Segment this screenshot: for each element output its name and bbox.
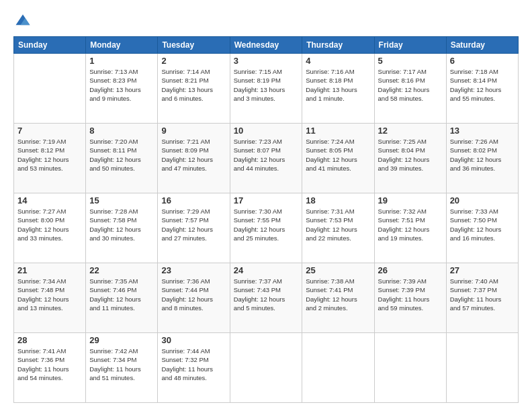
day-info: Sunrise: 7:37 AM Sunset: 7:43 PM Dayligh… — [234, 277, 299, 312]
calendar-cell: 5Sunrise: 7:17 AM Sunset: 8:16 PM Daylig… — [374, 54, 446, 124]
day-header-thursday: Thursday — [302, 37, 374, 54]
calendar-cell: 28Sunrise: 7:41 AM Sunset: 7:36 PM Dayli… — [14, 333, 86, 403]
day-info: Sunrise: 7:17 AM Sunset: 8:16 PM Dayligh… — [378, 67, 443, 103]
calendar-cell: 4Sunrise: 7:16 AM Sunset: 8:18 PM Daylig… — [302, 54, 374, 124]
day-info: Sunrise: 7:39 AM Sunset: 7:39 PM Dayligh… — [378, 277, 443, 312]
day-info: Sunrise: 7:27 AM Sunset: 8:00 PM Dayligh… — [17, 207, 82, 242]
day-number: 26 — [378, 265, 443, 275]
calendar-cell: 24Sunrise: 7:37 AM Sunset: 7:43 PM Dayli… — [230, 263, 302, 333]
calendar-cell: 9Sunrise: 7:21 AM Sunset: 8:09 PM Daylig… — [158, 124, 230, 193]
day-info: Sunrise: 7:15 AM Sunset: 8:19 PM Dayligh… — [234, 67, 299, 103]
day-info: Sunrise: 7:13 AM Sunset: 8:23 PM Dayligh… — [89, 67, 154, 103]
calendar-cell: 17Sunrise: 7:30 AM Sunset: 7:55 PM Dayli… — [230, 193, 302, 263]
day-number: 1 — [89, 56, 154, 66]
day-info: Sunrise: 7:34 AM Sunset: 7:48 PM Dayligh… — [17, 277, 82, 312]
day-info: Sunrise: 7:38 AM Sunset: 7:41 PM Dayligh… — [306, 277, 370, 312]
day-number: 25 — [306, 265, 370, 275]
day-number: 18 — [306, 195, 370, 205]
calendar-header-row: SundayMondayTuesdayWednesdayThursdayFrid… — [14, 37, 519, 54]
logo — [13, 12, 35, 31]
calendar-cell: 8Sunrise: 7:20 AM Sunset: 8:11 PM Daylig… — [86, 124, 158, 193]
day-info: Sunrise: 7:32 AM Sunset: 7:51 PM Dayligh… — [378, 207, 443, 242]
day-number: 11 — [306, 126, 370, 136]
day-header-saturday: Saturday — [446, 37, 518, 54]
day-header-tuesday: Tuesday — [158, 37, 230, 54]
day-info: Sunrise: 7:16 AM Sunset: 8:18 PM Dayligh… — [306, 67, 370, 103]
day-number: 2 — [161, 56, 226, 66]
calendar: SundayMondayTuesdayWednesdayThursdayFrid… — [13, 36, 519, 403]
day-number: 21 — [17, 265, 82, 275]
calendar-cell: 30Sunrise: 7:44 AM Sunset: 7:32 PM Dayli… — [158, 333, 230, 403]
day-number: 22 — [89, 265, 154, 275]
day-header-wednesday: Wednesday — [230, 37, 302, 54]
calendar-cell: 2Sunrise: 7:14 AM Sunset: 8:21 PM Daylig… — [158, 54, 230, 124]
day-number: 20 — [450, 195, 515, 205]
day-number: 19 — [378, 195, 443, 205]
day-number: 3 — [234, 56, 299, 66]
day-number: 15 — [89, 195, 154, 205]
calendar-cell: 12Sunrise: 7:25 AM Sunset: 8:04 PM Dayli… — [374, 124, 446, 193]
calendar-cell: 26Sunrise: 7:39 AM Sunset: 7:39 PM Dayli… — [374, 263, 446, 333]
day-number: 30 — [161, 335, 226, 345]
day-info: Sunrise: 7:31 AM Sunset: 7:53 PM Dayligh… — [306, 207, 370, 242]
calendar-cell: 23Sunrise: 7:36 AM Sunset: 7:44 PM Dayli… — [158, 263, 230, 333]
calendar-cell: 20Sunrise: 7:33 AM Sunset: 7:50 PM Dayli… — [446, 193, 518, 263]
calendar-cell: 16Sunrise: 7:29 AM Sunset: 7:57 PM Dayli… — [158, 193, 230, 263]
day-header-monday: Monday — [86, 37, 158, 54]
week-row-0: 1Sunrise: 7:13 AM Sunset: 8:23 PM Daylig… — [14, 54, 519, 124]
week-row-4: 28Sunrise: 7:41 AM Sunset: 7:36 PM Dayli… — [14, 333, 519, 403]
week-row-3: 21Sunrise: 7:34 AM Sunset: 7:48 PM Dayli… — [14, 263, 519, 333]
calendar-cell: 22Sunrise: 7:35 AM Sunset: 7:46 PM Dayli… — [86, 263, 158, 333]
day-info: Sunrise: 7:18 AM Sunset: 8:14 PM Dayligh… — [450, 67, 515, 103]
day-number: 27 — [450, 265, 515, 275]
calendar-cell: 18Sunrise: 7:31 AM Sunset: 7:53 PM Dayli… — [302, 193, 374, 263]
day-number: 14 — [17, 195, 82, 205]
day-info: Sunrise: 7:42 AM Sunset: 7:34 PM Dayligh… — [89, 347, 154, 382]
week-row-1: 7Sunrise: 7:19 AM Sunset: 8:12 PM Daylig… — [14, 124, 519, 193]
day-info: Sunrise: 7:20 AM Sunset: 8:11 PM Dayligh… — [89, 137, 154, 173]
calendar-cell: 25Sunrise: 7:38 AM Sunset: 7:41 PM Dayli… — [302, 263, 374, 333]
day-number: 6 — [450, 56, 515, 66]
calendar-cell: 11Sunrise: 7:24 AM Sunset: 8:05 PM Dayli… — [302, 124, 374, 193]
day-info: Sunrise: 7:41 AM Sunset: 7:36 PM Dayligh… — [17, 347, 82, 382]
day-number: 29 — [89, 335, 154, 345]
day-number: 16 — [161, 195, 226, 205]
calendar-cell: 7Sunrise: 7:19 AM Sunset: 8:12 PM Daylig… — [14, 124, 86, 193]
calendar-cell: 27Sunrise: 7:40 AM Sunset: 7:37 PM Dayli… — [446, 263, 518, 333]
day-number: 5 — [378, 56, 443, 66]
day-info: Sunrise: 7:40 AM Sunset: 7:37 PM Dayligh… — [450, 277, 515, 312]
calendar-cell: 14Sunrise: 7:27 AM Sunset: 8:00 PM Dayli… — [14, 193, 86, 263]
calendar-cell: 1Sunrise: 7:13 AM Sunset: 8:23 PM Daylig… — [86, 54, 158, 124]
calendar-cell — [230, 333, 302, 403]
calendar-cell: 21Sunrise: 7:34 AM Sunset: 7:48 PM Dayli… — [14, 263, 86, 333]
day-info: Sunrise: 7:21 AM Sunset: 8:09 PM Dayligh… — [161, 137, 226, 173]
header — [13, 12, 519, 31]
calendar-cell — [14, 54, 86, 124]
day-info: Sunrise: 7:35 AM Sunset: 7:46 PM Dayligh… — [89, 277, 154, 312]
calendar-cell: 3Sunrise: 7:15 AM Sunset: 8:19 PM Daylig… — [230, 54, 302, 124]
day-number: 9 — [161, 126, 226, 136]
calendar-cell — [374, 333, 446, 403]
calendar-cell: 6Sunrise: 7:18 AM Sunset: 8:14 PM Daylig… — [446, 54, 518, 124]
day-number: 10 — [234, 126, 299, 136]
logo-icon — [13, 12, 32, 31]
day-number: 13 — [450, 126, 515, 136]
day-number: 4 — [306, 56, 370, 66]
day-number: 28 — [17, 335, 82, 345]
calendar-cell: 10Sunrise: 7:23 AM Sunset: 8:07 PM Dayli… — [230, 124, 302, 193]
calendar-cell: 19Sunrise: 7:32 AM Sunset: 7:51 PM Dayli… — [374, 193, 446, 263]
day-header-friday: Friday — [374, 37, 446, 54]
day-number: 17 — [234, 195, 299, 205]
day-info: Sunrise: 7:29 AM Sunset: 7:57 PM Dayligh… — [161, 207, 226, 242]
day-info: Sunrise: 7:26 AM Sunset: 8:02 PM Dayligh… — [450, 137, 515, 173]
day-header-sunday: Sunday — [14, 37, 86, 54]
day-info: Sunrise: 7:33 AM Sunset: 7:50 PM Dayligh… — [450, 207, 515, 242]
day-number: 7 — [17, 126, 82, 136]
week-row-2: 14Sunrise: 7:27 AM Sunset: 8:00 PM Dayli… — [14, 193, 519, 263]
calendar-cell: 29Sunrise: 7:42 AM Sunset: 7:34 PM Dayli… — [86, 333, 158, 403]
day-info: Sunrise: 7:24 AM Sunset: 8:05 PM Dayligh… — [306, 137, 370, 173]
day-info: Sunrise: 7:23 AM Sunset: 8:07 PM Dayligh… — [234, 137, 299, 173]
calendar-cell: 13Sunrise: 7:26 AM Sunset: 8:02 PM Dayli… — [446, 124, 518, 193]
day-info: Sunrise: 7:30 AM Sunset: 7:55 PM Dayligh… — [234, 207, 299, 242]
calendar-cell — [302, 333, 374, 403]
